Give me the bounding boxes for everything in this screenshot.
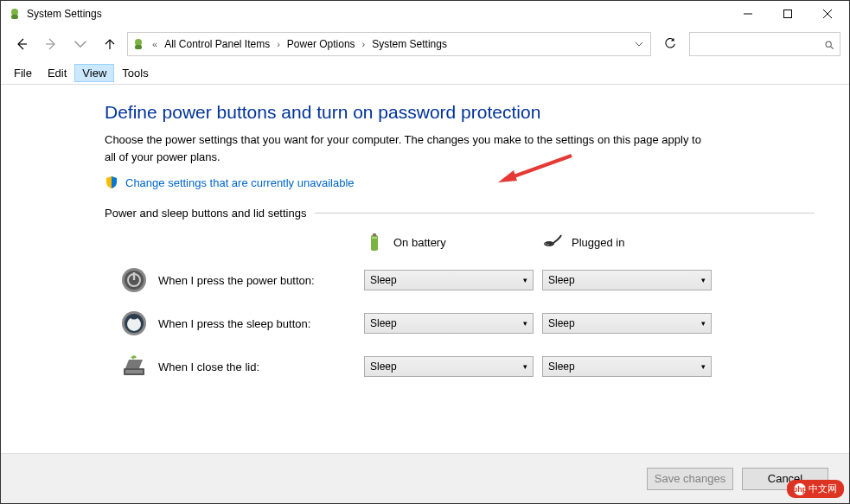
search-input[interactable]: [695, 38, 825, 50]
row-label: When I close the lid:: [158, 360, 364, 373]
search-box[interactable]: [689, 32, 840, 56]
section-label: Power and sleep buttons and lid settings: [105, 207, 815, 220]
window-controls: [728, 1, 847, 27]
change-settings-link-row: Change settings that are currently unava…: [105, 175, 815, 189]
nav-toolbar: « All Control Panel Items › Power Option…: [1, 27, 849, 61]
menu-edit[interactable]: Edit: [40, 64, 74, 82]
menu-view[interactable]: View: [74, 64, 114, 82]
chevron-right-icon: ›: [275, 39, 282, 49]
laptop-lid-icon: [120, 353, 148, 380]
svg-rect-10: [135, 45, 142, 49]
search-icon[interactable]: [825, 38, 834, 50]
breadcrumb-item[interactable]: All Control Panel Items: [161, 36, 273, 52]
svg-point-9: [135, 39, 142, 46]
plug-icon: [542, 232, 563, 252]
svg-point-11: [826, 41, 831, 47]
close-lid-battery-select[interactable]: Sleep▾: [364, 356, 534, 377]
row-label: When I press the sleep button:: [158, 317, 364, 330]
svg-point-20: [547, 244, 549, 246]
chevron-down-icon: ▾: [523, 276, 527, 284]
svg-rect-28: [125, 370, 143, 373]
refresh-button[interactable]: [656, 32, 684, 56]
save-button[interactable]: Save changes: [647, 468, 733, 490]
breadcrumb-icon: [131, 37, 145, 51]
svg-line-12: [831, 47, 834, 49]
power-button-plugged-select[interactable]: Sleep▾: [542, 270, 712, 290]
power-button-row: When I press the power button: Sleep▾ Sl…: [105, 266, 815, 294]
chevron-down-icon: ▾: [701, 362, 706, 371]
change-settings-link[interactable]: Change settings that are currently unava…: [125, 176, 355, 189]
breadcrumb[interactable]: « All Control Panel Items › Power Option…: [127, 32, 651, 56]
breadcrumb-dropdown[interactable]: [631, 33, 647, 55]
content-area: Define power buttons and turn on passwor…: [1, 84, 849, 453]
sleep-button-battery-select[interactable]: Sleep▾: [364, 313, 534, 334]
maximize-button[interactable]: [768, 1, 808, 27]
minimize-button[interactable]: [728, 1, 768, 27]
chevron-down-icon: ▾: [701, 319, 706, 328]
chevron-down-icon: ▾: [523, 362, 527, 371]
svg-rect-16: [373, 233, 376, 236]
window-title: System Settings: [27, 8, 728, 20]
svg-point-19: [545, 243, 546, 245]
divider: [315, 213, 815, 214]
shield-icon: [105, 175, 118, 189]
breadcrumb-prefix: «: [150, 39, 159, 49]
close-lid-row: When I close the lid: Sleep▾ Sleep▾: [105, 353, 815, 380]
plugged-column-header: Plugged in: [542, 232, 712, 252]
breadcrumb-item[interactable]: Power Options: [284, 36, 359, 52]
power-button-battery-select[interactable]: Sleep▾: [364, 270, 534, 290]
svg-rect-1: [11, 15, 18, 19]
svg-marker-14: [498, 170, 517, 182]
menu-file[interactable]: File: [6, 64, 40, 82]
column-headers: On battery Plugged in: [105, 232, 815, 252]
chevron-down-icon: ▾: [523, 319, 527, 328]
menu-tools[interactable]: Tools: [114, 64, 156, 82]
battery-column-header: On battery: [364, 232, 534, 252]
system-settings-window: System Settings « All Control Panel Item…: [0, 0, 850, 504]
svg-rect-3: [784, 10, 792, 18]
forward-button[interactable]: [39, 32, 63, 56]
row-label: When I press the power button:: [158, 274, 364, 287]
sleep-button-row: When I press the sleep button: Sleep▾ Sl…: [105, 309, 815, 337]
back-button[interactable]: [10, 32, 34, 56]
close-button[interactable]: [808, 1, 847, 27]
history-dropdown[interactable]: [68, 32, 93, 56]
titlebar: System Settings: [1, 1, 849, 27]
menubar: File Edit View Tools: [1, 61, 849, 84]
sleep-button-plugged-select[interactable]: Sleep▾: [542, 313, 712, 334]
chevron-right-icon: ›: [361, 39, 367, 49]
breadcrumb-item[interactable]: System Settings: [368, 36, 451, 52]
chevron-down-icon: ▾: [701, 276, 706, 284]
svg-point-0: [11, 9, 18, 16]
close-lid-plugged-select[interactable]: Sleep▾: [542, 356, 712, 377]
app-icon: [8, 7, 22, 21]
up-button[interactable]: [98, 32, 122, 56]
content-scroll[interactable]: Define power buttons and turn on passwor…: [1, 85, 849, 453]
page-description: Choose the power settings that you want …: [105, 131, 710, 165]
battery-icon: [364, 232, 385, 252]
sleep-button-icon: [120, 309, 148, 337]
svg-rect-17: [372, 237, 377, 239]
power-button-icon: [120, 266, 148, 294]
footer: Save changes Cancel: [1, 453, 849, 503]
page-title: Define power buttons and turn on passwor…: [105, 102, 815, 123]
watermark: php 中文网: [787, 480, 844, 498]
